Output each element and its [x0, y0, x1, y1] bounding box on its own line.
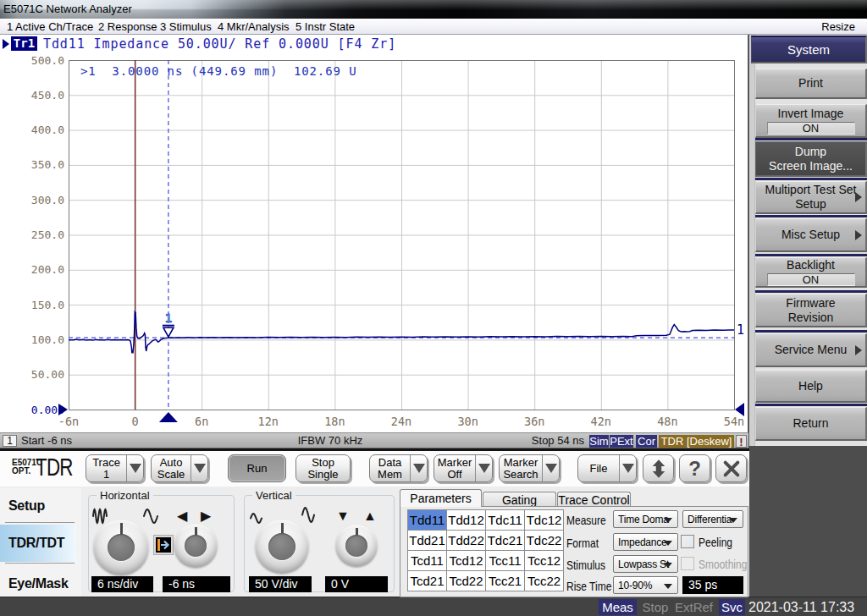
menu-item-3[interactable]: 3 Stimulus — [160, 20, 212, 33]
param-tab-trace-control[interactable]: Trace Control — [557, 492, 631, 507]
resize-menu-item[interactable]: Resize — [821, 20, 855, 33]
softkey-backlight[interactable]: BacklightON — [755, 257, 867, 288]
softkey-multiport-testset[interactable]: Multiport Test SetSetup — [755, 181, 867, 214]
svg-text:100.0: 100.0 — [31, 333, 64, 346]
param-cell-tdc21[interactable]: Tdc21 — [486, 531, 525, 551]
close-button[interactable] — [715, 454, 747, 482]
scroll-right-icon[interactable]: ▶ — [201, 509, 211, 523]
softkey-service-menu[interactable]: Service Menu — [755, 333, 867, 367]
field-label-stimulus: Stimulus — [566, 558, 605, 572]
param-cell-tcd22[interactable]: Tcd22 — [447, 571, 486, 591]
combo-measure[interactable]: Time Doma — [613, 510, 678, 528]
checkbox-peeling[interactable] — [681, 535, 694, 548]
menu-item-5[interactable]: 5 Instr State — [295, 20, 355, 33]
horizontal-group-title: Horizontal — [97, 489, 153, 502]
param-tab-gating[interactable]: Gating — [483, 492, 556, 507]
dropdown-arrow-icon[interactable] — [475, 455, 492, 481]
marker-search-button[interactable]: MarkerSearch — [499, 454, 560, 482]
combo-stimulus[interactable]: Lowpass St — [613, 555, 678, 573]
trace-badge[interactable]: Tr1 — [11, 36, 37, 51]
marker-symbol[interactable]: 1 — [163, 311, 174, 337]
chart-area: Tr1 Tdd11 Impedance 50.00U/ Ref 0.000U [… — [0, 35, 748, 432]
softkey-dump-screen-image[interactable]: DumpScreen Image... — [755, 141, 867, 177]
scroll-left-icon[interactable]: ◀ — [177, 509, 187, 523]
softkey-return[interactable]: Return — [755, 407, 867, 441]
button-label: Trace1 — [86, 455, 126, 481]
param-cell-tcc21[interactable]: Tcc21 — [486, 571, 525, 591]
vertical-scale-display: 50 V/div — [249, 576, 312, 592]
scroll-up-icon[interactable]: ▲ — [363, 509, 377, 523]
param-tab-parameters[interactable]: Parameters — [400, 489, 482, 507]
tab-eye-mask[interactable]: Eye/Mask — [0, 569, 76, 598]
param-cell-tcd12[interactable]: Tcd12 — [447, 551, 486, 571]
scroll-down-icon[interactable]: ▼ — [336, 509, 350, 523]
active-trace-arrow-icon — [3, 39, 9, 49]
dropdown-arrow-icon[interactable] — [126, 455, 143, 481]
param-cell-tcd21[interactable]: Tcd21 — [408, 571, 447, 591]
param-cell-tcd11[interactable]: Tcd11 — [408, 551, 447, 571]
param-cell-tdc22[interactable]: Tdc22 — [525, 531, 564, 551]
softkey-print[interactable]: Print — [755, 69, 867, 99]
dropdown-arrow-icon[interactable] — [191, 455, 207, 481]
param-cell-tdc12[interactable]: Tdc12 — [525, 510, 564, 531]
horizontal-offset-knob[interactable] — [174, 524, 218, 568]
parameter-matrix: Tdd11Tdd12Tdc11Tdc12Tdd21Tdd22Tdc21Tdc22… — [407, 509, 564, 591]
combo-rise-time[interactable]: 10-90% — [613, 576, 678, 594]
marker-off-button[interactable]: MarkerOff — [434, 454, 493, 482]
param-cell-tcc11[interactable]: Tcc11 — [486, 551, 525, 571]
rise-time-display: 35 ps — [682, 576, 743, 594]
horizontal-scale-knob[interactable] — [93, 520, 149, 575]
run-button[interactable]: Run — [228, 454, 286, 482]
menu-item-2[interactable]: 2 Response — [98, 20, 157, 33]
softkey-value: ON — [767, 122, 855, 135]
tab-tdr-tdt[interactable]: TDR/TDT — [0, 525, 76, 562]
field-label-rise-time: Rise Time — [566, 579, 611, 593]
svg-text:36n: 36n — [524, 415, 544, 428]
help-button[interactable]: ? — [679, 454, 710, 482]
softkey-separator — [755, 138, 867, 140]
softkey-help[interactable]: Help — [755, 370, 867, 403]
auto-scale-button[interactable]: AutoScale — [151, 454, 208, 482]
status-badge-pext: PExt — [610, 435, 633, 448]
svg-text:18n: 18n — [324, 415, 345, 428]
param-cell-tdd11[interactable]: Tdd11 — [408, 510, 447, 531]
stop-single-button[interactable]: StopSingle — [295, 454, 351, 482]
softkey-label: Misc Setup — [781, 228, 840, 242]
softkey-system[interactable]: System — [751, 36, 867, 63]
svg-text:24n: 24n — [391, 415, 411, 428]
file-button[interactable]: File — [577, 454, 637, 482]
menu-item-4[interactable]: 4 Mkr/Analysis — [218, 20, 290, 33]
softkey-misc-setup[interactable]: Misc Setup — [755, 218, 867, 252]
param-cell-tdd22[interactable]: Tdd22 — [447, 531, 486, 551]
tab-setup[interactable]: Setup — [0, 492, 76, 520]
tdr-plot[interactable]: -6n06n12n18n24n30n36n42n48n54n0.00050.00… — [0, 53, 748, 432]
param-cell-tdc11[interactable]: Tdc11 — [486, 510, 525, 531]
data-mem-button[interactable]: DataMem — [369, 454, 428, 482]
dropdown-arrow-icon[interactable] — [542, 455, 559, 481]
param-cell-tcc22[interactable]: Tcc22 — [525, 571, 564, 591]
param-cell-tdd12[interactable]: Tdd12 — [447, 510, 486, 531]
svg-text:0: 0 — [132, 415, 139, 428]
vertical-scale-knob[interactable] — [255, 520, 309, 574]
status-badge-: ! — [736, 435, 747, 448]
trace-select-button[interactable]: Trace1 — [86, 454, 144, 482]
softkey-separator — [755, 178, 867, 180]
param-cell-tcc12[interactable]: Tcc12 — [525, 551, 564, 571]
clock: 2021-03-11 17:33 — [748, 599, 854, 615]
vertical-group-title: Vertical — [252, 489, 295, 502]
updown-button[interactable] — [643, 454, 674, 482]
combo-format[interactable]: Impedance — [613, 533, 678, 551]
softkey-invert-image[interactable]: Invert ImageON — [755, 104, 867, 138]
updown-arrow-icon — [648, 458, 670, 480]
menu-item-1[interactable]: 1 Active Ch/Trace — [7, 20, 93, 33]
offset-to-left-icon[interactable] — [154, 536, 173, 554]
dropdown-arrow-icon[interactable] — [410, 455, 427, 481]
vertical-offset-knob[interactable] — [335, 525, 378, 567]
svg-text:1: 1 — [165, 311, 172, 325]
dropdown-arrow-icon[interactable] — [619, 455, 636, 481]
softkey-firmware-revision[interactable]: FirmwareRevision — [755, 294, 867, 327]
softkey-label: Firmware — [786, 296, 835, 311]
param-cell-tdd21[interactable]: Tdd21 — [408, 531, 447, 551]
marker-stimulus-triangle[interactable] — [159, 412, 178, 422]
combo-measure-2[interactable]: Differentia — [682, 510, 743, 528]
